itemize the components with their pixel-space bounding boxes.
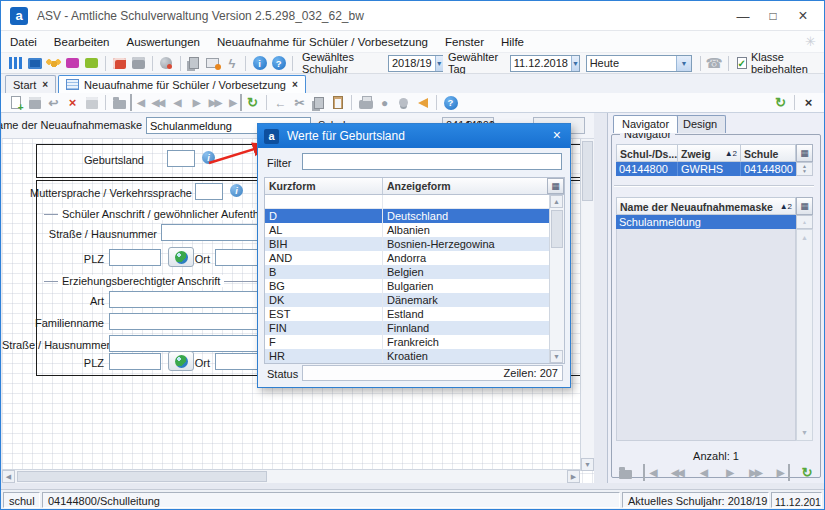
print-icon[interactable] [357,94,374,111]
help-toolbar-icon[interactable]: ? [270,55,287,72]
new-window-icon[interactable] [204,55,221,72]
scroll-down-icon[interactable]: ▼ [581,458,594,471]
tab-start[interactable]: Start × [5,75,56,93]
form-vertical-scrollbar[interactable]: ▼ [580,139,594,471]
next-record-icon[interactable]: ▶ [721,464,738,481]
scroll-right-icon[interactable]: ▶ [567,470,580,483]
fast-back-icon[interactable]: ◀◀ [669,464,686,481]
school-row-selected[interactable]: 04144800 GWRHS 04144800 [616,162,796,176]
menu-neuaufnahme[interactable]: Neuaufnahme für Schüler / Vorbesetzung [217,36,428,48]
report-module-icon[interactable] [111,55,128,72]
column-header-zweig[interactable]: Zweig▲2 [678,144,741,162]
folder-icon[interactable] [111,94,128,111]
table-row[interactable] [265,195,549,209]
last-record-icon[interactable]: ▶ [773,464,790,481]
column-settings-button[interactable]: ▦ [547,178,564,194]
chevron-down-icon[interactable]: ▼ [676,56,691,71]
day-select[interactable]: 11.12.2018 ▼ [510,55,580,72]
column-header-schul-ds[interactable]: Schul-/Ds...▲1 [616,144,678,162]
close-tab-icon[interactable]: × [292,79,298,90]
fast-forward-icon[interactable]: ▶▶ [747,464,764,481]
scrollbar-thumb[interactable] [17,471,267,482]
last-record-icon[interactable]: ▶ [225,94,242,111]
maximize-button[interactable]: □ [758,1,788,31]
scroll-up-icon[interactable]: ▲ [550,195,563,208]
reload-module-icon[interactable]: ↻ [772,94,789,111]
table-row[interactable]: FINFinnland [265,321,549,335]
tab-navigator[interactable]: Navigator [613,115,678,133]
classes-module-icon[interactable] [26,55,43,72]
keep-class-checkbox[interactable]: ✓ Klasse beibehalten [737,51,824,75]
school-year-select[interactable]: 2018/19 ▼ [388,55,443,72]
students-module-icon[interactable] [7,55,24,72]
announcement-icon[interactable] [414,94,431,111]
fast-back-icon[interactable]: ◀◀ [149,94,166,111]
table-row-selected[interactable]: DDeutschland [265,209,549,223]
teachers-module-icon[interactable] [45,55,62,72]
table-row[interactable]: ANDAndorra [265,251,549,265]
scroll-up-icon[interactable]: ▲ [798,231,811,244]
table-scroll-spinner[interactable]: ▲ [796,215,813,229]
geburtsland-info-icon[interactable]: i [202,151,215,164]
previous-record-icon[interactable]: ◀ [695,464,712,481]
minimize-button[interactable]: — [728,1,758,31]
undo-icon[interactable]: ↩ [45,94,62,111]
phone-icon[interactable]: ☎ [706,55,723,72]
dialog-title-bar[interactable]: a Werte für Geburtsland × [258,124,570,148]
folder-icon[interactable] [617,464,634,481]
muttersprache-input[interactable] [195,183,223,200]
previous-record-icon[interactable]: ◀ [168,94,185,111]
next-record-icon[interactable]: ▶ [187,94,204,111]
refresh-icon[interactable]: ↻ [799,464,816,481]
column-settings-button[interactable]: ▦ [796,197,813,215]
scroll-down-icon[interactable]: ▼ [798,426,811,439]
copy-window-icon[interactable] [185,55,202,72]
globe-sync-icon[interactable] [158,55,175,72]
menu-auswertungen[interactable]: Auswertungen [126,36,200,48]
message-module-icon[interactable] [64,55,81,72]
column-settings-button[interactable]: ▦ [796,144,813,162]
quick-action-icon[interactable]: ϟ [223,55,240,72]
menu-hilfe[interactable]: Hilfe [501,36,524,48]
column-header-anzeigeform[interactable]: Anzeigeform [383,178,547,194]
column-header-maskname[interactable]: Name der Neuaufnahmemaske▲2 [616,197,796,215]
first-record-icon[interactable]: ◀ [643,464,660,481]
refresh-icon[interactable]: ↻ [244,94,261,111]
fast-forward-icon[interactable]: ▶▶ [206,94,223,111]
tab-neuaufnahme[interactable]: Neuaufnahme für Schüler / Vorbesetzung × [58,75,306,93]
scroll-down-icon[interactable]: ▼ [550,350,563,363]
first-record-icon[interactable]: ◀ [130,94,147,111]
form-horizontal-scrollbar[interactable]: ◀ ▶ [2,469,580,483]
chevron-down-icon[interactable]: ▼ [571,56,579,71]
chat-module-icon[interactable] [83,55,100,72]
record-indicator-icon[interactable]: ● [376,94,393,111]
dialog-close-icon[interactable]: × [553,127,561,143]
chevron-down-icon[interactable]: ▼ [435,56,443,71]
table-row[interactable]: ESTEstland [265,307,549,321]
close-button[interactable]: × [788,1,818,31]
scrollbar-thumb[interactable] [551,210,563,248]
day-mode-select[interactable]: Heute ▼ [586,55,692,72]
menu-fenster[interactable]: Fenster [445,36,484,48]
menu-datei[interactable]: Datei [10,36,37,48]
table-scroll-spinner[interactable]: ▲▼ [796,162,813,176]
hint-icon[interactable] [395,94,412,111]
back-navigation-icon[interactable]: ← [272,94,289,111]
save-icon[interactable] [26,94,43,111]
table-row[interactable]: BBelgien [265,265,549,279]
muttersprache-info-icon[interactable]: i [230,184,243,197]
column-header-kurzform[interactable]: Kurzform [265,178,383,194]
dialog-vertical-scrollbar[interactable]: ▲ ▼ [549,195,564,363]
print-report-icon[interactable] [130,55,147,72]
table-row[interactable]: DKDänemark [265,293,549,307]
filter-input[interactable] [302,153,562,170]
table-row[interactable]: FFrankreich [265,335,549,349]
tab-design[interactable]: Design [674,115,726,133]
new-record-icon[interactable] [7,94,24,111]
table-row[interactable]: ALAlbanien [265,223,549,237]
save-all-icon[interactable] [83,94,100,111]
column-header-schule[interactable]: Schule [741,144,796,162]
table-row[interactable]: HRKroatien [265,349,549,363]
cut-icon[interactable]: ✂ [291,94,308,111]
list-vertical-scrollbar[interactable]: ▲ ▼ [796,229,813,441]
